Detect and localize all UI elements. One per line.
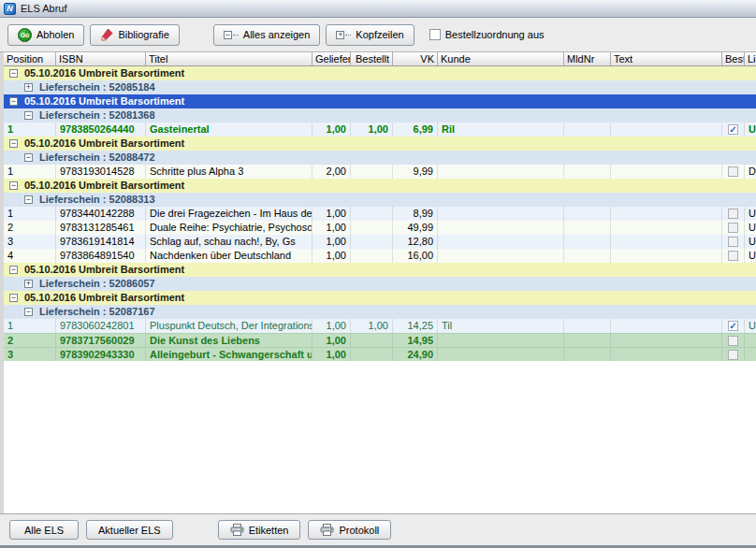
best-checkbox[interactable]: [728, 336, 738, 346]
expand-icon[interactable]: +: [24, 280, 33, 288]
best-checkbox[interactable]: [728, 223, 738, 233]
table-row[interactable]: 19783850264440Gasteinertal1,001,006,99Ri…: [4, 123, 756, 137]
cell-best: [722, 207, 745, 221]
table-row[interactable]: 39783902943330Alleingeburt - Schwangersc…: [4, 347, 756, 361]
row-group-header[interactable]: −05.10.2016 Umbreit Barsortiment: [4, 66, 756, 80]
cell-best: [722, 334, 745, 347]
column-header-isbn[interactable]: ISBN: [56, 52, 146, 65]
row-group-header[interactable]: −05.10.2016 Umbreit Barsortiment: [4, 291, 756, 305]
cell-kunde: [438, 348, 564, 361]
cell-isbn: 9783440142288: [56, 207, 146, 221]
cell-pos: 4: [4, 249, 56, 263]
best-checkbox[interactable]: [728, 209, 738, 219]
cell-geliefert: 1,00: [313, 348, 351, 361]
aktueller-els-button[interactable]: Aktueller ELS: [86, 520, 173, 540]
collapse-icon[interactable]: −: [9, 139, 18, 148]
alle-els-button[interactable]: Alle ELS: [9, 520, 79, 540]
collapse-all-icon: −: [224, 30, 239, 40]
collapse-icon[interactable]: −: [24, 195, 33, 204]
column-header-mldnr[interactable]: MldNr: [564, 52, 611, 65]
aktueller-els-label: Aktueller ELS: [98, 525, 161, 536]
bestellzuordnung-label: Bestellzuordnung aus: [445, 29, 545, 40]
best-checkbox[interactable]: [728, 166, 738, 177]
cell-lieferant: Umbreit: [745, 123, 756, 137]
group-label: 05.10.2016 Umbreit Barsortiment: [24, 179, 184, 193]
cell-titel: Schlag auf, schau nach!, By, Gs: [146, 235, 313, 249]
cell-kunde: [438, 207, 564, 221]
cell-best: ✓: [722, 123, 745, 137]
table-row[interactable]: 49783864891540Nachdenken über Deutschlan…: [4, 249, 756, 263]
row-group-header[interactable]: −05.10.2016 Umbreit Barsortiment: [4, 137, 756, 151]
best-checkbox[interactable]: [728, 350, 738, 360]
collapse-icon[interactable]: −: [9, 294, 18, 302]
row-group-header[interactable]: −05.10.2016 Umbreit Barsortiment: [4, 94, 756, 108]
cell-vk: 14,25: [393, 319, 438, 333]
collapse-icon[interactable]: −: [9, 266, 18, 274]
cell-isbn: 9783864891540: [56, 249, 146, 263]
table-row[interactable]: 29783131285461Duale Reihe: Psychiatrie, …: [4, 221, 756, 235]
abholen-label: Abholen: [36, 29, 74, 40]
bestellzuordnung-checkbox[interactable]: [429, 29, 441, 40]
window-title: ELS Abruf: [21, 3, 67, 14]
protokoll-button[interactable]: Protokoll: [308, 520, 391, 540]
row-group-header[interactable]: −05.10.2016 Umbreit Barsortiment: [4, 263, 756, 277]
table-row[interactable]: 19783193014528Schritte plus Alpha 32,009…: [4, 165, 756, 179]
cell-isbn: 9783902943330: [56, 348, 146, 361]
alles-anzeigen-button[interactable]: − Alles anzeigen: [213, 24, 321, 46]
collapse-icon[interactable]: −: [24, 153, 33, 162]
collapse-icon[interactable]: −: [24, 111, 33, 120]
bibliografie-button[interactable]: Bibliografie: [90, 24, 179, 46]
collapse-icon[interactable]: −: [9, 181, 18, 190]
column-header-bestellt[interactable]: Bestellt: [351, 52, 393, 65]
collapse-icon[interactable]: −: [9, 97, 18, 106]
cell-geliefert: 1,00: [313, 123, 351, 137]
cell-geliefert: 1,00: [313, 207, 351, 221]
etiketten-button[interactable]: Etiketten: [218, 520, 301, 540]
best-checkbox[interactable]: [728, 251, 738, 261]
cell-mldnr: [564, 123, 611, 137]
cell-bestellt: [351, 165, 393, 179]
column-header-pos[interactable]: Position: [4, 52, 56, 65]
title-bar: N ELS Abruf: [0, 0, 756, 18]
abholen-button[interactable]: Go Abholen: [7, 24, 84, 46]
cell-best: [722, 235, 745, 249]
best-checkbox[interactable]: [728, 237, 738, 247]
collapse-icon[interactable]: −: [9, 69, 18, 78]
row-lieferschein[interactable]: −Lieferschein : 52088313: [4, 193, 756, 207]
table-row[interactable]: 29783717560029Die Kunst des Liebens1,001…: [4, 333, 756, 347]
alles-anzeigen-label: Alles anzeigen: [243, 29, 311, 40]
row-lieferschein[interactable]: +Lieferschein : 52086057: [4, 277, 756, 291]
expand-icon[interactable]: +: [24, 83, 33, 92]
best-checkbox[interactable]: ✓: [728, 124, 738, 135]
cell-bestellt: [351, 348, 393, 361]
column-header-vk[interactable]: VK: [393, 52, 438, 65]
row-lieferschein[interactable]: −Lieferschein : 52081368: [4, 108, 756, 123]
table-row[interactable]: 19783060242801Pluspunkt Deutsch, Der Int…: [4, 319, 756, 333]
kopfzeilen-button[interactable]: + Kopfzeilen: [326, 24, 414, 46]
column-header-geliefert[interactable]: Geliefert: [313, 52, 351, 65]
row-group-header[interactable]: −05.10.2016 Umbreit Barsortiment: [4, 179, 756, 193]
els-abruf-window: N ELS Abruf Go Abholen Bibliografie − Al…: [0, 0, 756, 548]
cell-isbn: 9783619141814: [56, 235, 146, 249]
toolbar: Go Abholen Bibliografie − Alles anzeigen…: [0, 18, 756, 52]
column-header-lieferant[interactable]: Lieferant: [745, 52, 756, 65]
cell-isbn: 9783060242801: [56, 319, 146, 333]
column-header-best[interactable]: Best.: [722, 52, 745, 65]
table-row[interactable]: 39783619141814Schlag auf, schau nach!, B…: [4, 235, 756, 249]
cell-text: [611, 348, 722, 361]
column-header-kunde[interactable]: Kunde: [438, 52, 564, 65]
cell-kunde: [438, 221, 564, 235]
row-lieferschein[interactable]: −Lieferschein : 52087167: [4, 305, 756, 319]
row-lieferschein[interactable]: −Lieferschein : 52088472: [4, 151, 756, 165]
lieferschein-label: Lieferschein : 52088472: [39, 151, 155, 165]
column-header-text[interactable]: Text: [611, 52, 722, 65]
collapse-icon[interactable]: −: [24, 308, 33, 316]
cell-bestellt: 1,00: [351, 123, 393, 137]
cell-isbn: 9783850264440: [56, 123, 146, 137]
row-lieferschein[interactable]: +Lieferschein : 52085184: [4, 80, 756, 94]
table-row[interactable]: 19783440142288Die drei Fragezeichen - Im…: [4, 207, 756, 221]
cell-kunde: [438, 235, 564, 249]
printer-icon: [230, 524, 244, 536]
best-checkbox[interactable]: ✓: [728, 321, 738, 331]
column-header-titel[interactable]: Titel: [146, 52, 313, 65]
